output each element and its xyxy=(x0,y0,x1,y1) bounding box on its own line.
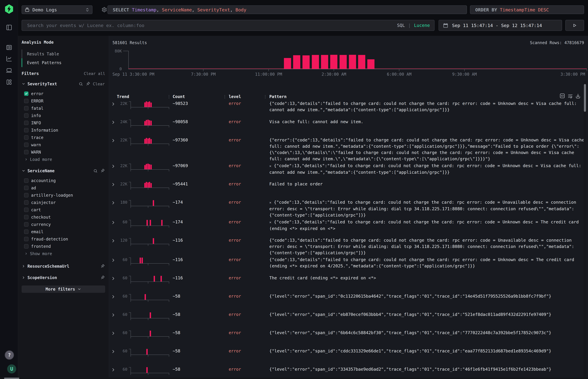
filter-option-artillery-loadgen[interactable]: artillery-loadgen xyxy=(22,191,105,199)
histogram-bar[interactable] xyxy=(293,55,300,69)
checkbox[interactable] xyxy=(24,208,29,212)
checkbox[interactable] xyxy=(24,215,29,219)
checkbox[interactable] xyxy=(24,121,29,125)
filter-option-info[interactable]: info xyxy=(22,112,105,119)
histogram-bar[interactable] xyxy=(340,55,347,69)
pattern-row[interactable]: 22K~97360error{"error":{"code":13,"detai… xyxy=(109,136,586,162)
pattern-row[interactable]: 60~58error{"level":"error","span_id":"0c… xyxy=(109,293,586,311)
search-input[interactable]: Search your events w/ Lucene ex. column:… xyxy=(22,20,434,31)
source-select[interactable]: Demo Logs xyxy=(22,5,93,14)
filter-option-currency[interactable]: currency xyxy=(22,221,105,228)
checkbox[interactable] xyxy=(24,106,29,111)
histogram-bar[interactable] xyxy=(284,58,291,69)
horizontal-scrollbar[interactable] xyxy=(0,378,588,379)
column-resize-handle[interactable] xyxy=(265,95,265,99)
user-avatar[interactable]: U xyxy=(7,364,16,373)
pattern-row[interactable]: 24K~98058errorVisa cache full: cannot ad… xyxy=(109,118,586,136)
filter-group-header[interactable]: ResourceSchemaUrl xyxy=(22,264,105,269)
horizontal-scrollbar-thumb[interactable] xyxy=(4,378,19,379)
filter-option-warn[interactable]: WARN xyxy=(22,148,105,156)
download-results-button[interactable] xyxy=(575,93,581,99)
filter-option-cainjector[interactable]: cainjector xyxy=(22,199,105,206)
filter-option-error[interactable]: ERROR xyxy=(22,97,105,105)
chart-explorer-icon[interactable] xyxy=(0,56,18,62)
analysis-mode-results-table[interactable]: Results Table xyxy=(22,49,105,58)
search-icon[interactable] xyxy=(93,169,98,173)
filter-show-more[interactable]: Show more xyxy=(22,250,105,257)
filter-group-clear[interactable]: Clear xyxy=(93,82,105,86)
column-header-pattern[interactable]: Pattern xyxy=(269,94,287,99)
app-logo[interactable] xyxy=(0,4,18,14)
pattern-row[interactable]: 60~116error{"code":13,"details":"failed … xyxy=(109,256,586,274)
histogram-bar[interactable] xyxy=(330,55,337,69)
run-query-button[interactable] xyxy=(565,20,584,31)
filter-option-fatal[interactable]: fatal xyxy=(22,105,105,112)
pin-icon[interactable] xyxy=(100,275,105,280)
checkbox[interactable] xyxy=(24,222,29,227)
filter-option-warn[interactable]: warn xyxy=(22,141,105,148)
filter-group-header[interactable]: ServiceName xyxy=(22,168,105,173)
exclude-pattern-icon[interactable]: ✕ xyxy=(269,164,271,168)
filters-clear-all[interactable]: Clear all xyxy=(84,71,105,76)
column-resize-handle[interactable] xyxy=(169,95,169,99)
checkbox[interactable] xyxy=(24,135,29,140)
filter-option-info[interactable]: INFO xyxy=(22,119,105,126)
dashboards-icon[interactable] xyxy=(0,79,18,85)
sessions-icon[interactable] xyxy=(0,67,18,74)
histogram-bar[interactable] xyxy=(302,55,310,69)
checkbox[interactable] xyxy=(24,99,29,103)
help-button[interactable]: ? xyxy=(5,350,14,360)
filter-option-fraud-detection[interactable]: fraud-detection xyxy=(22,235,105,243)
filter-option-error[interactable]: error xyxy=(22,90,105,97)
checkbox[interactable] xyxy=(24,200,29,205)
checkbox[interactable] xyxy=(24,113,29,118)
pin-icon[interactable] xyxy=(100,169,105,173)
search-logs-icon[interactable] xyxy=(0,44,18,51)
filter-option-cart[interactable]: cart xyxy=(22,206,105,213)
checkbox-checked[interactable] xyxy=(24,92,29,96)
pattern-row[interactable]: 60~174error✕ {"code":13,"details":"faile… xyxy=(109,218,586,237)
exclude-pattern-icon[interactable]: ✕ xyxy=(269,201,271,205)
column-header-count[interactable]: Count xyxy=(173,94,185,99)
filter-group-header[interactable]: ScopeVersion xyxy=(22,275,105,280)
histogram-bar[interactable] xyxy=(358,55,365,69)
checkbox[interactable] xyxy=(24,186,29,190)
filter-option-ad[interactable]: ad xyxy=(22,184,105,191)
checkbox[interactable] xyxy=(24,237,29,241)
checkbox[interactable] xyxy=(24,128,29,132)
pattern-row[interactable]: 22K~98523error{"code":13,"details":"fail… xyxy=(109,100,586,118)
pin-icon[interactable] xyxy=(86,82,90,86)
pattern-row[interactable]: 180~174error✕ {"code":13,"details":"fail… xyxy=(109,199,586,218)
histogram-bar[interactable] xyxy=(349,55,356,69)
time-range-picker[interactable]: Sep 11 15:47:14 - Sep 12 15:47:14 xyxy=(439,20,562,31)
pattern-row[interactable]: 60~58error{"level":"error","span_id":"6b… xyxy=(109,329,586,347)
filter-option-information[interactable]: Information xyxy=(22,126,105,134)
more-filters-button[interactable]: More filters xyxy=(22,285,105,293)
histogram-bar[interactable] xyxy=(321,55,328,69)
column-header-trend[interactable]: Trend xyxy=(117,94,129,99)
language-option-sql[interactable]: SQL xyxy=(397,23,405,28)
language-option-lucene[interactable]: Lucene xyxy=(414,23,430,28)
wrap-lines-button[interactable] xyxy=(568,94,573,99)
column-header-level[interactable]: level xyxy=(229,94,241,99)
filter-option-trace[interactable]: trace xyxy=(22,134,105,141)
checkbox[interactable] xyxy=(24,150,29,154)
pattern-row[interactable]: 120~116error{"code":13,"details":"failed… xyxy=(109,237,586,256)
pattern-row[interactable]: 22K~95441errorFailed to place order xyxy=(109,180,586,199)
source-settings-button[interactable] xyxy=(102,7,107,12)
vertical-scrollbar[interactable] xyxy=(584,81,586,379)
exclude-pattern-icon[interactable]: ✕ xyxy=(269,220,271,224)
order-by-input[interactable]: ORDER BYTimestampTime DESC xyxy=(470,5,584,14)
pattern-row[interactable]: 60~58error{"level":"error","span_id":"33… xyxy=(109,365,586,379)
checkbox[interactable] xyxy=(24,193,29,197)
checkbox[interactable] xyxy=(24,244,29,249)
filter-load-more[interactable]: Load more xyxy=(22,156,105,163)
pattern-row[interactable]: 22K~97069error✕ {"code":13,"details":"fa… xyxy=(109,162,586,180)
vertical-scrollbar-thumb[interactable] xyxy=(584,84,586,112)
histogram-bar[interactable] xyxy=(367,59,374,69)
search-icon[interactable] xyxy=(79,82,83,86)
filter-option-frontend[interactable]: frontend xyxy=(22,243,105,250)
checkbox[interactable] xyxy=(24,230,29,234)
pattern-row[interactable]: 60~58error{"level":"error","span_id":"eb… xyxy=(109,311,586,329)
analysis-mode-event-patterns[interactable]: Event Patterns xyxy=(22,58,105,67)
